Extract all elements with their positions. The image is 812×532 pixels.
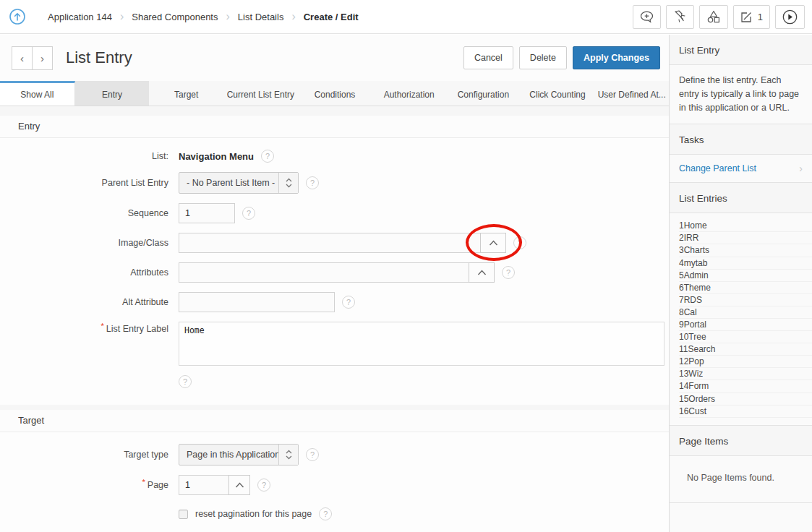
breadcrumb: Application 144 › Shared Components › Li…: [9, 9, 359, 25]
image-class-input[interactable]: [179, 233, 481, 253]
tab[interactable]: User Defined At...: [594, 81, 669, 106]
list-entry-item[interactable]: 8Cal: [679, 306, 812, 319]
parent-list-entry-row: Parent List Entry - No Parent List Item …: [0, 172, 669, 194]
header-actions: Cancel Delete Apply Changes: [463, 46, 660, 69]
sidebar-page-items-title: Page Items: [670, 426, 812, 456]
help-icon[interactable]: ?: [319, 507, 332, 520]
required-marker: *: [101, 322, 104, 330]
tab[interactable]: Show All: [0, 81, 75, 106]
list-entry-item[interactable]: 14Form: [679, 380, 812, 392]
attributes-input[interactable]: [179, 262, 469, 283]
app-home-icon[interactable]: [9, 9, 25, 25]
sequence-input[interactable]: [179, 203, 235, 223]
list-row: List: Navigation Menu ?: [0, 150, 669, 163]
help-icon[interactable]: ?: [179, 375, 192, 388]
help-icon[interactable]: ?: [242, 207, 255, 220]
sequence-row: Sequence ?: [0, 203, 669, 223]
list-entry-item[interactable]: 2IRR: [679, 232, 812, 244]
tab[interactable]: Configuration: [446, 81, 521, 106]
page-title: List Entry: [66, 48, 132, 67]
list-entry-item[interactable]: 6Theme: [679, 282, 812, 294]
help-icon[interactable]: ?: [306, 448, 319, 461]
breadcrumb-item[interactable]: Application 144: [32, 12, 112, 22]
attributes-label: Attributes: [0, 267, 168, 278]
image-class-row: Image/Class ?: [0, 233, 669, 253]
change-parent-list-link[interactable]: Change Parent List ›: [670, 155, 812, 183]
list-entry-item[interactable]: 5Admin: [679, 270, 812, 282]
help-icon[interactable]: ?: [513, 236, 526, 249]
delete-button[interactable]: Delete: [519, 46, 567, 69]
page-row: *Page ?: [0, 475, 669, 495]
attributes-popup-lov-button[interactable]: [469, 262, 495, 283]
breadcrumb-item[interactable]: › List Details: [218, 10, 283, 23]
breadcrumb-separator: ›: [226, 10, 229, 23]
page-popup-lov-button[interactable]: [228, 475, 250, 495]
list-entry-label-textarea[interactable]: Home: [179, 322, 664, 366]
page-input[interactable]: [179, 475, 229, 495]
page-label: *Page: [0, 480, 168, 490]
list-entry-item[interactable]: 13Wiz: [679, 368, 812, 380]
list-entry-item[interactable]: 11Search: [679, 343, 812, 356]
flashlight-icon: [673, 10, 687, 23]
help-icon[interactable]: ?: [306, 176, 319, 189]
next-entry-button[interactable]: ›: [32, 46, 53, 70]
edit-pencil-icon: [740, 11, 753, 23]
help-icon[interactable]: ?: [257, 479, 270, 492]
right-sidebar: List Entry Define the list entry. Each e…: [669, 35, 812, 532]
list-entry-item[interactable]: 3Charts: [679, 244, 812, 257]
breadcrumb-separator: ›: [291, 10, 295, 23]
list-entry-item[interactable]: 9Portal: [679, 319, 812, 331]
list-entry-item[interactable]: 15Orders: [679, 393, 812, 406]
top-bar: Application 144 › Shared Components › Li…: [0, 0, 812, 34]
shapes-icon: [706, 10, 721, 23]
list-entry-item[interactable]: 12Pop: [679, 356, 812, 368]
alt-attribute-input[interactable]: [179, 292, 335, 312]
tab[interactable]: Click Counting: [521, 81, 595, 106]
shared-components-button[interactable]: [699, 5, 728, 29]
breadcrumb-separator: ›: [120, 10, 124, 23]
breadcrumb-item[interactable]: › Shared Components: [112, 10, 218, 23]
cancel-button[interactable]: Cancel: [463, 46, 513, 69]
target-section-title: Target: [0, 410, 669, 432]
list-entry-item[interactable]: 7RDS: [679, 294, 812, 306]
list-entry-label-row: *List Entry Label Home: [0, 322, 669, 366]
help-icon[interactable]: ?: [261, 150, 274, 163]
list-entry-item[interactable]: 4mytab: [679, 257, 812, 270]
apply-changes-button[interactable]: Apply Changes: [573, 46, 660, 69]
main-content: ‹ › List Entry Cancel Delete Apply Chang…: [0, 35, 669, 532]
help-icon[interactable]: ?: [502, 266, 515, 279]
tab[interactable]: Current List Entry: [223, 81, 298, 106]
search-spotlight-button[interactable]: [666, 5, 694, 29]
list-entry-item[interactable]: 16Cust: [679, 406, 812, 418]
help-icon[interactable]: ?: [342, 296, 355, 309]
page-header: ‹ › List Entry Cancel Delete Apply Chang…: [0, 35, 669, 81]
feedback-button[interactable]: [633, 5, 661, 29]
tab[interactable]: Target: [149, 81, 223, 106]
previous-entry-button[interactable]: ‹: [12, 46, 33, 70]
list-entries-list: 1Home2IRR3Charts4mytab5Admin6Theme7RDS8C…: [670, 213, 812, 426]
select-spinner-icon: [278, 173, 298, 193]
list-entry-item[interactable]: 1Home: [679, 220, 812, 232]
dev-toolbar: 1: [633, 5, 805, 29]
alt-attribute-row: Alt Attribute ?: [0, 292, 669, 312]
breadcrumb-item[interactable]: › Create / Edit: [283, 10, 358, 23]
entry-section: Entry List: Navigation Menu ? Parent Lis…: [0, 116, 669, 405]
parent-list-entry-label: Parent List Entry: [0, 178, 168, 188]
list-value: Navigation Menu: [179, 151, 254, 162]
page-items-empty-message: No Page Items found.: [670, 456, 812, 503]
tab[interactable]: Conditions: [298, 81, 372, 106]
chevron-up-icon: [477, 270, 487, 275]
list-label: List:: [0, 151, 168, 161]
tab[interactable]: Entry: [75, 81, 150, 106]
tab[interactable]: Authorization: [372, 81, 446, 106]
target-type-select[interactable]: Page in this Application: [179, 444, 299, 466]
list-entry-item[interactable]: 10Tree: [679, 331, 812, 343]
reset-pagination-row: reset pagination for this page ?: [0, 507, 669, 520]
parent-list-entry-select[interactable]: - No Parent List Item -: [179, 172, 299, 194]
run-page-button[interactable]: [775, 5, 805, 29]
edit-page-button[interactable]: 1: [733, 5, 770, 29]
record-navigation: ‹ ›: [12, 46, 53, 70]
reset-pagination-checkbox[interactable]: [179, 510, 188, 519]
play-icon: [782, 9, 798, 25]
image-class-popup-lov-button[interactable]: [480, 233, 506, 253]
